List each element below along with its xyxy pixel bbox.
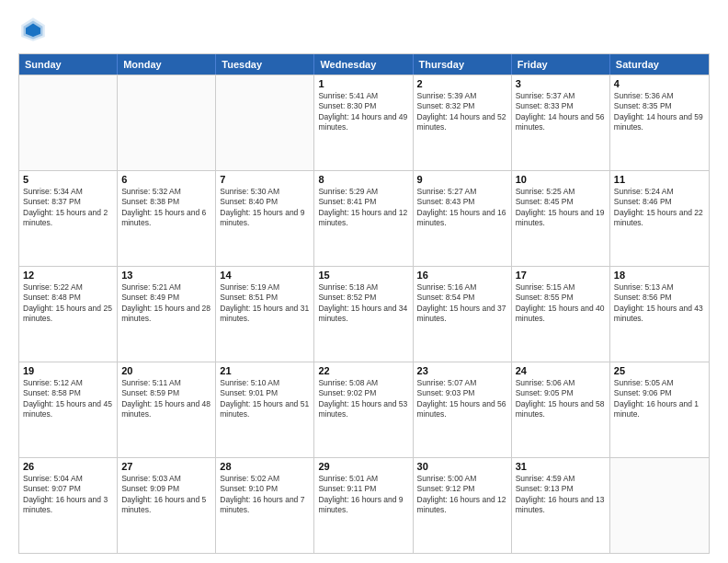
day-info: Sunrise: 5:00 AM Sunset: 9:12 PM Dayligh…: [417, 474, 507, 516]
calendar-cell-day-4: 4Sunrise: 5:36 AM Sunset: 8:35 PM Daylig…: [610, 75, 709, 170]
day-number: 13: [121, 270, 211, 281]
calendar-cell-day-11: 11Sunrise: 5:24 AM Sunset: 8:46 PM Dayli…: [610, 171, 709, 266]
day-number: 29: [318, 461, 408, 472]
calendar-cell-day-29: 29Sunrise: 5:01 AM Sunset: 9:11 PM Dayli…: [314, 458, 413, 553]
day-number: 30: [417, 461, 507, 472]
day-number: 12: [23, 270, 113, 281]
calendar-cell-day-20: 20Sunrise: 5:11 AM Sunset: 8:59 PM Dayli…: [118, 362, 216, 457]
day-info: Sunrise: 5:08 AM Sunset: 9:02 PM Dayligh…: [318, 378, 408, 420]
day-number: 18: [614, 270, 705, 281]
page: SundayMondayTuesdayWednesdayThursdayFrid…: [0, 0, 728, 563]
calendar-cell-day-5: 5Sunrise: 5:34 AM Sunset: 8:37 PM Daylig…: [19, 171, 118, 266]
day-info: Sunrise: 4:59 AM Sunset: 9:13 PM Dayligh…: [516, 474, 606, 516]
calendar-cell-day-24: 24Sunrise: 5:06 AM Sunset: 9:05 PM Dayli…: [512, 362, 610, 457]
calendar-cell-day-30: 30Sunrise: 5:00 AM Sunset: 9:12 PM Dayli…: [414, 458, 512, 553]
day-number: 28: [220, 461, 310, 472]
calendar-cell-day-18: 18Sunrise: 5:13 AM Sunset: 8:56 PM Dayli…: [610, 267, 709, 362]
day-info: Sunrise: 5:15 AM Sunset: 8:55 PM Dayligh…: [516, 282, 606, 325]
calendar-cell-day-23: 23Sunrise: 5:07 AM Sunset: 9:03 PM Dayli…: [414, 362, 512, 457]
day-info: Sunrise: 5:30 AM Sunset: 8:40 PM Dayligh…: [220, 187, 310, 229]
header: [18, 15, 710, 44]
day-number: 10: [516, 174, 606, 185]
day-number: 21: [220, 365, 310, 376]
calendar-cell-day-31: 31Sunrise: 4:59 AM Sunset: 9:13 PM Dayli…: [512, 458, 610, 553]
calendar-row-2: 12Sunrise: 5:22 AM Sunset: 8:48 PM Dayli…: [19, 266, 709, 362]
calendar-row-0: 1Sunrise: 5:41 AM Sunset: 8:30 PM Daylig…: [19, 75, 709, 170]
day-info: Sunrise: 5:05 AM Sunset: 9:06 PM Dayligh…: [614, 378, 705, 420]
day-info: Sunrise: 5:29 AM Sunset: 8:41 PM Dayligh…: [318, 187, 408, 229]
calendar-row-4: 26Sunrise: 5:04 AM Sunset: 9:07 PM Dayli…: [19, 457, 709, 553]
day-number: 11: [614, 174, 705, 185]
day-info: Sunrise: 5:36 AM Sunset: 8:35 PM Dayligh…: [614, 91, 705, 133]
day-number: 31: [516, 461, 606, 472]
calendar-cell-day-25: 25Sunrise: 5:05 AM Sunset: 9:06 PM Dayli…: [610, 362, 709, 457]
calendar-cell-day-3: 3Sunrise: 5:37 AM Sunset: 8:33 PM Daylig…: [512, 75, 610, 170]
calendar-cell-day-21: 21Sunrise: 5:10 AM Sunset: 9:01 PM Dayli…: [216, 362, 314, 457]
day-info: Sunrise: 5:27 AM Sunset: 8:43 PM Dayligh…: [417, 187, 507, 229]
calendar-header-friday: Friday: [512, 54, 610, 75]
day-number: 5: [23, 174, 113, 185]
day-number: 23: [417, 365, 507, 376]
day-info: Sunrise: 5:11 AM Sunset: 8:59 PM Dayligh…: [121, 378, 211, 420]
day-info: Sunrise: 5:13 AM Sunset: 8:56 PM Dayligh…: [614, 282, 705, 325]
calendar-cell-day-12: 12Sunrise: 5:22 AM Sunset: 8:48 PM Dayli…: [19, 267, 118, 362]
calendar-cell-day-13: 13Sunrise: 5:21 AM Sunset: 8:49 PM Dayli…: [118, 267, 216, 362]
calendar-body: 1Sunrise: 5:41 AM Sunset: 8:30 PM Daylig…: [19, 75, 709, 553]
calendar-cell-day-7: 7Sunrise: 5:30 AM Sunset: 8:40 PM Daylig…: [216, 171, 314, 266]
day-info: Sunrise: 5:41 AM Sunset: 8:30 PM Dayligh…: [318, 91, 408, 133]
day-number: 24: [516, 365, 606, 376]
calendar-cell-empty: [118, 75, 216, 170]
day-number: 15: [318, 270, 408, 281]
calendar-cell-day-17: 17Sunrise: 5:15 AM Sunset: 8:55 PM Dayli…: [512, 267, 610, 362]
day-number: 25: [614, 365, 705, 376]
day-info: Sunrise: 5:16 AM Sunset: 8:54 PM Dayligh…: [417, 282, 507, 325]
calendar-cell-day-1: 1Sunrise: 5:41 AM Sunset: 8:30 PM Daylig…: [314, 75, 413, 170]
day-number: 26: [23, 461, 113, 472]
day-info: Sunrise: 5:06 AM Sunset: 9:05 PM Dayligh…: [516, 378, 606, 420]
calendar-cell-day-16: 16Sunrise: 5:16 AM Sunset: 8:54 PM Dayli…: [414, 267, 512, 362]
day-info: Sunrise: 5:25 AM Sunset: 8:45 PM Dayligh…: [516, 187, 606, 229]
day-info: Sunrise: 5:22 AM Sunset: 8:48 PM Dayligh…: [23, 282, 113, 325]
day-number: 1: [318, 78, 408, 89]
logo: [18, 15, 51, 44]
day-info: Sunrise: 5:10 AM Sunset: 9:01 PM Dayligh…: [220, 378, 310, 420]
calendar-cell-day-10: 10Sunrise: 5:25 AM Sunset: 8:45 PM Dayli…: [512, 171, 610, 266]
day-number: 19: [23, 365, 113, 376]
day-number: 17: [516, 270, 606, 281]
day-info: Sunrise: 5:03 AM Sunset: 9:09 PM Dayligh…: [121, 474, 211, 516]
day-info: Sunrise: 5:02 AM Sunset: 9:10 PM Dayligh…: [220, 474, 310, 516]
calendar-cell-empty: [610, 458, 709, 553]
day-number: 16: [417, 270, 507, 281]
day-number: 7: [220, 174, 310, 185]
day-number: 6: [121, 174, 211, 185]
calendar-cell-day-28: 28Sunrise: 5:02 AM Sunset: 9:10 PM Dayli…: [216, 458, 314, 553]
calendar-cell-day-9: 9Sunrise: 5:27 AM Sunset: 8:43 PM Daylig…: [414, 171, 512, 266]
calendar-cell-day-19: 19Sunrise: 5:12 AM Sunset: 8:58 PM Dayli…: [19, 362, 118, 457]
logo-icon: [18, 15, 48, 44]
calendar-row-1: 5Sunrise: 5:34 AM Sunset: 8:37 PM Daylig…: [19, 170, 709, 266]
day-number: 20: [121, 365, 211, 376]
day-number: 4: [614, 78, 705, 89]
calendar-header-thursday: Thursday: [414, 54, 512, 75]
day-info: Sunrise: 5:24 AM Sunset: 8:46 PM Dayligh…: [614, 187, 705, 229]
day-info: Sunrise: 5:01 AM Sunset: 9:11 PM Dayligh…: [318, 474, 408, 516]
calendar-header-monday: Monday: [118, 54, 216, 75]
calendar-header-wednesday: Wednesday: [314, 54, 413, 75]
day-info: Sunrise: 5:34 AM Sunset: 8:37 PM Dayligh…: [23, 187, 113, 229]
day-info: Sunrise: 5:04 AM Sunset: 9:07 PM Dayligh…: [23, 474, 113, 516]
calendar-cell-day-6: 6Sunrise: 5:32 AM Sunset: 8:38 PM Daylig…: [118, 171, 216, 266]
day-info: Sunrise: 5:37 AM Sunset: 8:33 PM Dayligh…: [516, 91, 606, 133]
day-number: 22: [318, 365, 408, 376]
calendar-header-saturday: Saturday: [610, 54, 709, 75]
day-number: 2: [417, 78, 507, 89]
day-number: 14: [220, 270, 310, 281]
day-info: Sunrise: 5:07 AM Sunset: 9:03 PM Dayligh…: [417, 378, 507, 420]
calendar-header-tuesday: Tuesday: [216, 54, 314, 75]
calendar-row-3: 19Sunrise: 5:12 AM Sunset: 8:58 PM Dayli…: [19, 362, 709, 457]
calendar-cell-empty: [216, 75, 314, 170]
day-info: Sunrise: 5:12 AM Sunset: 8:58 PM Dayligh…: [23, 378, 113, 420]
day-info: Sunrise: 5:19 AM Sunset: 8:51 PM Dayligh…: [220, 282, 310, 325]
calendar-cell-day-26: 26Sunrise: 5:04 AM Sunset: 9:07 PM Dayli…: [19, 458, 118, 553]
day-info: Sunrise: 5:39 AM Sunset: 8:32 PM Dayligh…: [417, 91, 507, 133]
calendar-cell-day-14: 14Sunrise: 5:19 AM Sunset: 8:51 PM Dayli…: [216, 267, 314, 362]
